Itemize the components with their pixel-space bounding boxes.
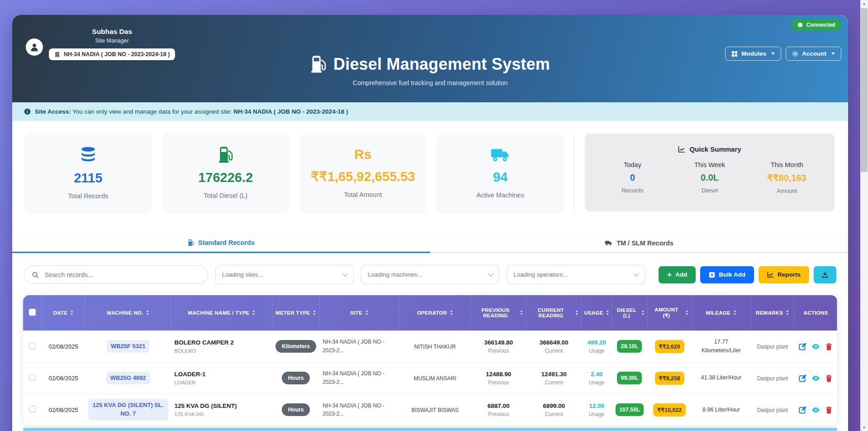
edit-icon[interactable] — [799, 343, 806, 350]
search-input[interactable] — [44, 271, 200, 279]
col-header-meter-type[interactable]: METER TYPE▲▼ — [272, 295, 319, 330]
summary-month-label: Amount — [748, 187, 825, 194]
action-buttons: + Add Bulk Add Reports — [659, 266, 836, 283]
add-button[interactable]: + Add — [659, 266, 696, 283]
stat-label-total-records: Total Records — [68, 192, 109, 200]
machine-no-link[interactable]: WB25G 4892 — [106, 372, 150, 385]
view-icon[interactable] — [812, 374, 820, 382]
col-header-machine-name[interactable]: MACHINE NAME / TYPE▲▼ — [171, 295, 272, 330]
tab-standard-records[interactable]: Standard Records — [12, 232, 430, 253]
col-header-current-reading[interactable]: CURRENT READING▲▼ — [526, 295, 581, 330]
row-checkbox[interactable] — [29, 406, 36, 412]
sort-icon: ▲▼ — [575, 310, 579, 316]
chevron-down-icon — [342, 271, 347, 276]
page-title-text: Diesel Management System — [333, 55, 550, 74]
tab-tm-slm-records[interactable]: TM / SLM Records — [430, 232, 848, 252]
app-header: Subhas Das Site Manager NH-34 NADIA ( JO… — [12, 15, 848, 102]
table-row: 02/08/2025 125 KVA DG (SILENT) SL. NO. 7… — [23, 394, 837, 426]
col-header-mileage[interactable]: MILEAGE▲▼ — [692, 295, 751, 330]
machine-no-link[interactable]: WB25F 5321 — [107, 340, 150, 353]
scrollbar-up-arrow[interactable]: ▲ — [860, 0, 868, 7]
row-checkbox[interactable] — [29, 342, 36, 349]
current-label: Current — [529, 348, 578, 354]
usage-label: Usage — [585, 379, 609, 386]
page-scrollbar[interactable]: ▲ ▼ — [860, 0, 868, 431]
stat-value-total-diesel: 176226.2 — [198, 170, 253, 185]
edit-icon[interactable] — [799, 406, 806, 414]
user-name: Subhas Das — [92, 28, 132, 36]
chevron-down-icon — [634, 271, 639, 276]
select-all-checkbox[interactable] — [29, 309, 36, 316]
person-icon — [29, 42, 39, 52]
col-header-usage[interactable]: USAGE▲▼ — [582, 295, 612, 330]
cell-site: NH-34 NADIA ( JOB NO - 2023-2... — [323, 370, 384, 385]
reports-button[interactable]: Reports — [759, 266, 809, 283]
truck-icon — [605, 240, 612, 246]
previous-label: Previous — [474, 348, 523, 354]
stats-section: 2115 Total Records 176226.2 Total Diesel… — [12, 121, 848, 230]
machine-name: LOADER-1 — [175, 371, 269, 378]
sort-icon: ▲▼ — [786, 310, 789, 316]
operators-select[interactable]: Loading operators... — [507, 265, 645, 284]
amount-badge: ₹₹2,620 — [655, 340, 684, 353]
account-button-label: Account — [802, 50, 826, 57]
sort-icon: ▲▼ — [685, 310, 688, 316]
sites-select-value: Loading sites... — [222, 271, 263, 278]
sites-select[interactable]: Loading sites... — [215, 265, 354, 284]
sort-icon: ▲▼ — [70, 310, 73, 316]
table-horizontal-scrollbar[interactable] — [23, 428, 837, 431]
scrollbar-thumb[interactable] — [861, 8, 868, 172]
bulk-add-button[interactable]: Bulk Add — [700, 266, 754, 283]
delete-icon[interactable] — [825, 406, 833, 414]
col-header-diesel[interactable]: DIESEL (L)▲▼ — [612, 295, 647, 330]
cell-remarks: Dadpur plant — [757, 407, 788, 413]
sort-icon: ▲▼ — [520, 310, 523, 316]
col-header-date[interactable]: DATE▲▼ — [42, 295, 85, 330]
quick-summary-title: Quick Summary — [689, 145, 741, 153]
summary-month-period: This Month — [748, 161, 825, 168]
col-header-remarks[interactable]: REMARKS▲▼ — [751, 295, 794, 330]
user-role: Site Manager — [95, 38, 128, 44]
previous-reading: 366149.80 — [474, 339, 523, 346]
download-button[interactable] — [814, 266, 836, 283]
cell-mileage: 17.77 Kilometers/Liter — [702, 339, 741, 354]
cell-date: 02/08/2025 — [42, 330, 85, 362]
machine-no-link[interactable]: 125 KVA DG (SILENT) SL. NO. 7 — [88, 399, 168, 421]
col-header-site[interactable]: SITE▲▼ — [319, 295, 399, 330]
main-container: Subhas Das Site Manager NH-34 NADIA ( JO… — [12, 15, 848, 431]
banner-label: Site Access: — [35, 108, 71, 115]
delete-icon[interactable] — [825, 374, 833, 382]
sort-icon: ▲▼ — [252, 310, 256, 316]
diesel-badge: 28.10L — [617, 340, 642, 353]
machine-type: LOADER — [175, 380, 269, 385]
edit-icon[interactable] — [799, 374, 806, 382]
view-icon[interactable] — [812, 343, 820, 350]
page-subtitle: Comprehensive fuel tracking and manageme… — [12, 79, 848, 86]
chevron-down-icon — [771, 53, 775, 55]
plus-icon: + — [667, 270, 672, 279]
info-icon — [24, 108, 31, 115]
summary-today-period: Today — [594, 161, 671, 168]
view-icon[interactable] — [812, 406, 820, 414]
machines-select[interactable]: Loading machines... — [361, 265, 499, 284]
col-header-previous-reading[interactable]: PREVIOUS READING▲▼ — [471, 295, 526, 330]
delete-icon[interactable] — [825, 343, 833, 350]
cell-mileage: 41.38 Liter/Hour — [701, 374, 742, 381]
cell-remarks: Dadpur plant — [757, 375, 788, 382]
summary-today-value: 0 — [594, 172, 671, 183]
account-button[interactable]: Account — [786, 47, 841, 61]
summary-today: Today 0 Records — [594, 161, 671, 194]
modules-button[interactable]: Modules — [725, 47, 781, 61]
summary-week-period: This Week — [671, 161, 749, 168]
search-box[interactable] — [24, 265, 208, 284]
stat-value-total-amount: ₹₹1,65,92,655.53 — [311, 169, 415, 184]
scrollbar-down-arrow[interactable]: ▼ — [860, 424, 868, 431]
records-table: DATE▲▼ MACHINE NO.▲▼ MACHINE NAME / TYPE… — [23, 295, 837, 426]
col-header-operator[interactable]: OPERATOR▲▼ — [399, 295, 471, 330]
col-header-machine-no[interactable]: MACHINE NO.▲▼ — [85, 295, 171, 330]
download-icon — [821, 271, 829, 278]
stat-card-total-amount: Rs ₹₹1,65,92,655.53 Total Amount — [301, 134, 426, 211]
stat-label-total-amount: Total Amount — [344, 191, 382, 198]
row-checkbox[interactable] — [29, 374, 36, 381]
col-header-amount[interactable]: AMOUNT (₹)▲▼ — [648, 295, 692, 330]
